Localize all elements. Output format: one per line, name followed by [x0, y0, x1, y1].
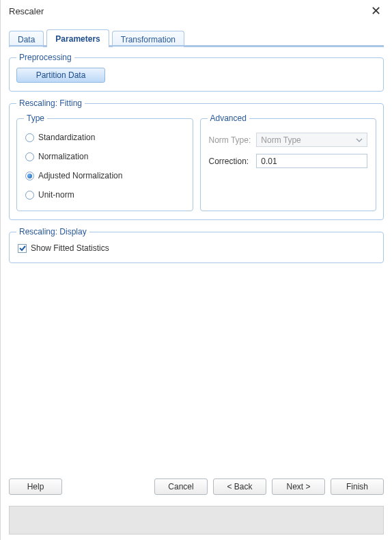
help-button[interactable]: Help [9, 478, 62, 495]
radio-icon [25, 191, 34, 200]
content-area: Data Parameters Transformation Preproces… [1, 22, 392, 540]
radio-icon [25, 133, 34, 142]
group-type: Type Standardization Normalization [16, 113, 193, 211]
radio-unit-norm[interactable]: Unit-norm [25, 190, 184, 200]
rescaler-dialog: Rescaler ✕ Data Parameters Transformatio… [0, 0, 392, 540]
radio-label: Normalization [38, 152, 88, 161]
group-type-legend: Type [24, 113, 47, 123]
partition-data-button[interactable]: Partition Data [16, 68, 105, 83]
group-advanced: Advanced Norm Type: Norm Type Correction… [200, 113, 377, 211]
group-advanced-legend: Advanced [208, 113, 249, 123]
checkbox-icon [18, 244, 27, 253]
radio-icon [25, 172, 34, 180]
group-display-legend: Rescaling: Display [16, 227, 89, 237]
type-radio-list: Standardization Normalization Adjusted N… [24, 129, 186, 202]
group-rescaling-fitting: Rescaling: Fitting Type Standardization … [9, 98, 384, 220]
radio-normalization[interactable]: Normalization [25, 152, 184, 161]
status-bar [9, 506, 384, 535]
radio-label: Standardization [38, 133, 95, 142]
norm-type-placeholder: Norm Type [261, 135, 300, 145]
norm-type-select: Norm Type [256, 133, 367, 147]
correction-input[interactable] [256, 154, 367, 168]
show-fitted-stats-label: Show Fitted Statistics [31, 243, 109, 253]
group-fitting-legend: Rescaling: Fitting [16, 98, 85, 108]
norm-type-label: Norm Type: [209, 135, 251, 145]
chevron-down-icon [354, 135, 364, 145]
show-fitted-stats-checkbox-row[interactable]: Show Fitted Statistics [16, 242, 376, 254]
spacer [9, 270, 384, 469]
tab-body-parameters: Preprocessing Partition Data Rescaling: … [9, 46, 384, 535]
finish-button[interactable]: Finish [331, 478, 384, 495]
back-button[interactable]: < Back [213, 478, 266, 495]
radio-standardization[interactable]: Standardization [25, 133, 184, 142]
radio-label: Unit-norm [38, 190, 74, 200]
tabs: Data Parameters Transformation [9, 29, 384, 46]
titlebar: Rescaler ✕ [1, 0, 392, 22]
next-button[interactable]: Next > [272, 478, 325, 495]
correction-label: Correction: [209, 157, 251, 166]
wizard-button-row: Help Cancel < Back Next > Finish [9, 476, 384, 499]
radio-icon [25, 152, 34, 161]
cancel-button[interactable]: Cancel [154, 478, 208, 495]
radio-adjusted-normalization[interactable]: Adjusted Normalization [25, 171, 184, 180]
tab-parameters[interactable]: Parameters [46, 29, 109, 47]
advanced-grid: Norm Type: Norm Type Correction: [208, 129, 369, 171]
group-preprocessing: Preprocessing Partition Data [9, 53, 384, 92]
window-title: Rescaler [9, 6, 44, 16]
close-icon[interactable]: ✕ [367, 3, 385, 18]
group-preprocessing-legend: Preprocessing [16, 53, 74, 62]
fitting-row: Type Standardization Normalization [16, 113, 376, 211]
group-rescaling-display: Rescaling: Display Show Fitted Statistic… [9, 227, 384, 263]
radio-label: Adjusted Normalization [38, 171, 122, 180]
